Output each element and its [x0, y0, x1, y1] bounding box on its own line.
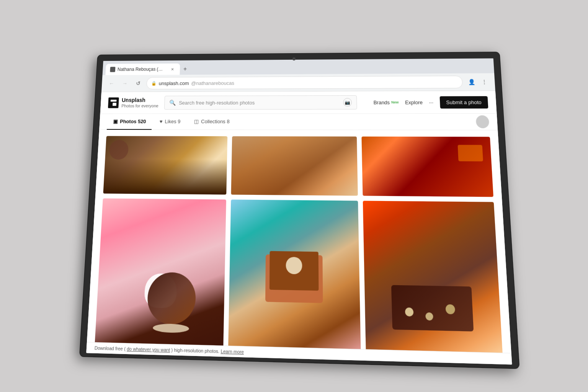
photos-tab-icon: ▣: [113, 119, 118, 124]
brands-new-badge: New: [391, 100, 399, 104]
footer-link-learn[interactable]: Learn more: [220, 349, 244, 355]
collections-tab-label: Collections 8: [201, 119, 230, 124]
brand-name: Unsplash: [122, 98, 159, 104]
unsplash-logo-inner: [110, 100, 116, 106]
logo-bar-top: [111, 100, 117, 101]
lock-icon: 🔒: [151, 81, 157, 86]
photo-cell[interactable]: [228, 199, 361, 353]
unsplash-logo[interactable]: Unsplash Photos for everyone: [108, 97, 159, 108]
address-bar-row: ← → ↺ 🔒 unsplash.com @nathanareboucas 👤 …: [101, 73, 495, 91]
back-button[interactable]: ←: [106, 78, 117, 89]
tab-close-button[interactable]: ✕: [169, 66, 175, 72]
tab-bar: Nathana Rebouças (@nathan... ✕ +: [103, 58, 495, 75]
forward-button[interactable]: →: [119, 78, 131, 89]
screen: Nathana Rebouças (@nathan... ✕ + ← → ↺ 🔒…: [86, 58, 512, 364]
brands-nav-link[interactable]: Brands New: [373, 99, 399, 105]
explore-nav-link[interactable]: Explore: [405, 99, 423, 105]
browser-chrome: Nathana Rebouças (@nathan... ✕ + ← → ↺ 🔒…: [101, 58, 495, 92]
search-bar[interactable]: 🔍 Search free high-resolution photos 📷: [164, 95, 357, 109]
tab-collections[interactable]: ◫ Collections 8: [188, 114, 236, 130]
footer-link-license[interactable]: do whatever you want: [127, 346, 170, 353]
explore-label: Explore: [405, 99, 423, 105]
photo-cell[interactable]: [94, 198, 226, 353]
laptop-bezel: Nathana Rebouças (@nathan... ✕ + ← → ↺ 🔒…: [80, 52, 519, 368]
address-bar[interactable]: 🔒 unsplash.com @nathanareboucas: [146, 76, 463, 90]
laptop-frame: Nathana Rebouças (@nathan... ✕ + ← → ↺ 🔒…: [80, 52, 519, 368]
url-path: @nathanareboucas: [191, 80, 234, 86]
likes-tab-icon: ♥: [160, 119, 163, 124]
collections-tab-icon: ◫: [194, 119, 199, 124]
webcam-dot: [292, 57, 296, 60]
footer-text2: ) high-resolution photos.: [171, 347, 220, 354]
search-icon: 🔍: [169, 100, 176, 106]
tab-likes[interactable]: ♥ Likes 9: [153, 114, 187, 130]
more-nav-button[interactable]: ···: [429, 99, 433, 105]
browser-actions: 👤 ⋮: [466, 76, 490, 87]
tab-photos[interactable]: ▣ Photos 520: [107, 114, 152, 130]
nav-links: Brands New Explore ··· Submit a photo: [373, 96, 488, 109]
profile-icon[interactable]: 👤: [466, 77, 477, 88]
unsplash-header: Unsplash Photos for everyone 🔍 Search fr…: [100, 91, 497, 114]
profile-tabs: ▣ Photos 520 ♥ Likes 9 ◫ Collections 8: [99, 114, 498, 130]
photo-cell[interactable]: [231, 136, 358, 196]
search-placeholder-text: Search free high-resolution photos: [179, 100, 340, 106]
photo-grid-container: [87, 130, 511, 353]
new-tab-button[interactable]: +: [180, 64, 189, 74]
visual-search-icon[interactable]: 📷: [343, 98, 352, 107]
logo-bar-bottom: [113, 103, 116, 106]
photo-cell[interactable]: [363, 201, 503, 353]
photo-cell[interactable]: [103, 136, 228, 194]
photo-area: Download free ( do whatever you want ) h…: [86, 130, 512, 364]
url-domain: unsplash.com: [158, 80, 189, 86]
photo-cell[interactable]: [361, 137, 493, 197]
settings-icon[interactable]: ⋮: [479, 76, 490, 87]
profile-avatar[interactable]: [476, 115, 490, 128]
photos-tab-label: Photos 520: [120, 119, 146, 124]
brands-label: Brands: [373, 99, 390, 105]
unsplash-logo-icon: [108, 97, 119, 108]
tab-favicon: [110, 67, 115, 72]
active-tab[interactable]: Nathana Rebouças (@nathan... ✕: [105, 64, 180, 75]
photo-grid: [94, 136, 503, 353]
brand-tagline: Photos for everyone: [121, 103, 158, 108]
unsplash-brand-text: Unsplash Photos for everyone: [121, 98, 159, 108]
footer-text: Download free (: [95, 345, 126, 351]
submit-photo-button[interactable]: Submit a photo: [439, 96, 488, 108]
tab-title: Nathana Rebouças (@nathan...: [118, 67, 167, 72]
refresh-button[interactable]: ↺: [133, 78, 144, 89]
likes-tab-label: Likes 9: [165, 119, 180, 124]
